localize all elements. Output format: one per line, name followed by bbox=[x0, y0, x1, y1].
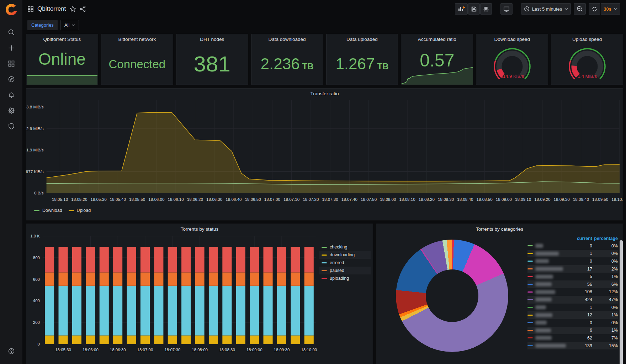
dashboard-settings-button[interactable] bbox=[480, 3, 492, 15]
panel-title[interactable]: Torrents by categories bbox=[376, 224, 623, 232]
torrents-by-status-chart[interactable]: 18:05:3018:06:0018:06:3018:07:0018:07:30… bbox=[26, 232, 319, 356]
dashboard-grid-icon bbox=[27, 6, 34, 12]
transfer-legend: DownloadUpload bbox=[26, 207, 623, 213]
refresh-button[interactable] bbox=[589, 3, 600, 15]
sidebar-help-icon[interactable] bbox=[4, 343, 19, 359]
stat-body: 314.9 KiB/s bbox=[476, 43, 548, 85]
svg-text:18:06:10: 18:06:10 bbox=[168, 197, 184, 202]
legend-label: paused bbox=[330, 268, 344, 273]
cell-percentage: 1% bbox=[592, 274, 618, 279]
panel-title[interactable]: Bittorrent network bbox=[101, 34, 173, 42]
svg-text:0 B/s: 0 B/s bbox=[34, 191, 44, 195]
svg-text:18:08:30: 18:08:30 bbox=[438, 197, 454, 202]
legend-item-checking[interactable]: checking bbox=[319, 243, 371, 251]
svg-text:200: 200 bbox=[33, 320, 40, 325]
categories-filter-dropdown[interactable]: All bbox=[60, 20, 79, 30]
legend-dash-icon bbox=[527, 245, 533, 246]
legend-dash-icon bbox=[322, 255, 327, 256]
stat-panel-accumulated-ratio: Accumulated ratio0.57 bbox=[401, 34, 473, 85]
legend-dash-icon bbox=[322, 270, 327, 271]
sidebar-explore-icon[interactable] bbox=[4, 71, 19, 87]
svg-text:18:09:00: 18:09:00 bbox=[246, 348, 262, 352]
table-row: 42447% bbox=[527, 296, 618, 304]
column-header-percentage[interactable]: percentage bbox=[592, 236, 618, 241]
sidebar-configuration-icon[interactable] bbox=[4, 103, 19, 118]
legend-item-downloading[interactable]: downloading bbox=[319, 251, 371, 259]
svg-text:1.9 MiB/s: 1.9 MiB/s bbox=[26, 148, 44, 152]
status-sparkline bbox=[27, 75, 97, 85]
zoom-out-button[interactable] bbox=[574, 3, 586, 15]
categories-filter-value: All bbox=[64, 22, 69, 28]
legend-dash-icon bbox=[527, 284, 533, 285]
refresh-interval-label: 30s bbox=[604, 6, 611, 12]
transfer-ratio-chart[interactable]: 18:05:1018:05:2018:05:3018:05:4018:05:50… bbox=[26, 96, 623, 207]
cell-current: 1 bbox=[572, 305, 592, 310]
table-row: 00% bbox=[527, 242, 618, 250]
grafana-logo-icon[interactable] bbox=[4, 2, 18, 17]
svg-text:18:07:40: 18:07:40 bbox=[341, 197, 357, 202]
sidebar-create-icon[interactable] bbox=[4, 40, 19, 56]
panel-title[interactable]: DHT nodes bbox=[176, 34, 248, 42]
svg-text:18:07:00: 18:07:00 bbox=[264, 197, 280, 202]
stat-panels-row: Qbittorrent StatusOnlineBittorrent netwo… bbox=[26, 34, 623, 85]
panel-title[interactable]: Transfer ratio bbox=[26, 89, 623, 96]
svg-text:18:08:40: 18:08:40 bbox=[457, 197, 473, 202]
categories-donut-chart[interactable] bbox=[396, 240, 508, 352]
table-row: 172% bbox=[527, 265, 618, 273]
add-panel-button[interactable] bbox=[455, 3, 468, 15]
sidebar-admin-icon[interactable] bbox=[4, 118, 19, 134]
clock-icon bbox=[524, 6, 530, 12]
transfer-ratio-panel: Transfer ratio 18:05:1018:05:2018:05:301… bbox=[26, 88, 623, 220]
svg-text:2.9 MiB/s: 2.9 MiB/s bbox=[26, 127, 44, 131]
sidebar-search-icon[interactable] bbox=[4, 25, 19, 40]
star-icon[interactable] bbox=[69, 6, 76, 12]
categories-filter-label[interactable]: Categories bbox=[27, 20, 58, 30]
legend-dash-icon bbox=[527, 337, 533, 338]
legend-item-upload[interactable]: Upload bbox=[69, 208, 91, 213]
time-range-label: Last 5 minutes bbox=[532, 6, 562, 12]
svg-text:1.0 K: 1.0 K bbox=[30, 234, 40, 238]
time-range-picker[interactable]: Last 5 minutes bbox=[521, 3, 571, 15]
legend-dash-icon bbox=[527, 268, 533, 269]
cell-current: 56 bbox=[572, 282, 592, 287]
cell-current: 139 bbox=[572, 343, 592, 348]
panel-title[interactable]: Download speed bbox=[476, 34, 548, 42]
svg-text:977 KiB/s: 977 KiB/s bbox=[26, 170, 44, 174]
sidebar-dashboards-icon[interactable] bbox=[4, 56, 19, 71]
sidebar-alerting-icon[interactable] bbox=[4, 87, 19, 103]
legend-dash-icon bbox=[527, 315, 533, 316]
cell-percentage: 1% bbox=[592, 328, 618, 333]
dashboard-topbar: Qbittorrent bbox=[26, 0, 623, 18]
panel-title[interactable]: Torrents by status bbox=[26, 224, 373, 232]
panel-title[interactable]: Upload speed bbox=[551, 34, 623, 42]
legend-item-download[interactable]: Download bbox=[34, 208, 62, 213]
save-dashboard-button[interactable] bbox=[468, 3, 480, 15]
legend-dash-icon bbox=[527, 322, 533, 323]
legend-item-uploading[interactable]: uploading bbox=[319, 274, 371, 282]
svg-text:18:06:00: 18:06:00 bbox=[148, 197, 164, 202]
share-icon[interactable] bbox=[80, 6, 86, 12]
legend-item-errored[interactable]: errored bbox=[319, 259, 371, 267]
category-name-redacted bbox=[535, 275, 553, 279]
legend-dash-icon bbox=[527, 345, 533, 346]
tv-mode-button[interactable] bbox=[500, 3, 513, 15]
svg-text:18:06:20: 18:06:20 bbox=[187, 197, 203, 202]
svg-text:18:09:00: 18:09:00 bbox=[496, 197, 512, 202]
column-header-current[interactable]: current bbox=[572, 236, 592, 241]
categories-table-header: currentpercentage bbox=[527, 235, 618, 242]
table-row: 627% bbox=[527, 334, 618, 342]
stat-value: 381 bbox=[193, 53, 230, 75]
cell-current: 12 bbox=[572, 312, 592, 317]
panel-title[interactable]: Data downloaded bbox=[251, 34, 323, 42]
category-name-redacted bbox=[535, 267, 563, 271]
legend-dash-icon bbox=[322, 247, 327, 248]
category-name-redacted bbox=[535, 313, 552, 317]
cell-current: 0 bbox=[572, 320, 592, 325]
legend-dash-icon bbox=[322, 278, 327, 279]
table-scrollbar[interactable] bbox=[620, 240, 623, 364]
refresh-interval-picker[interactable]: 30s bbox=[601, 3, 620, 15]
legend-item-paused[interactable]: paused bbox=[319, 267, 371, 274]
panel-title[interactable]: Qbittorrent Status bbox=[26, 34, 98, 42]
panel-title[interactable]: Accumulated ratio bbox=[401, 34, 473, 42]
panel-title[interactable]: Data uploaded bbox=[327, 34, 398, 42]
